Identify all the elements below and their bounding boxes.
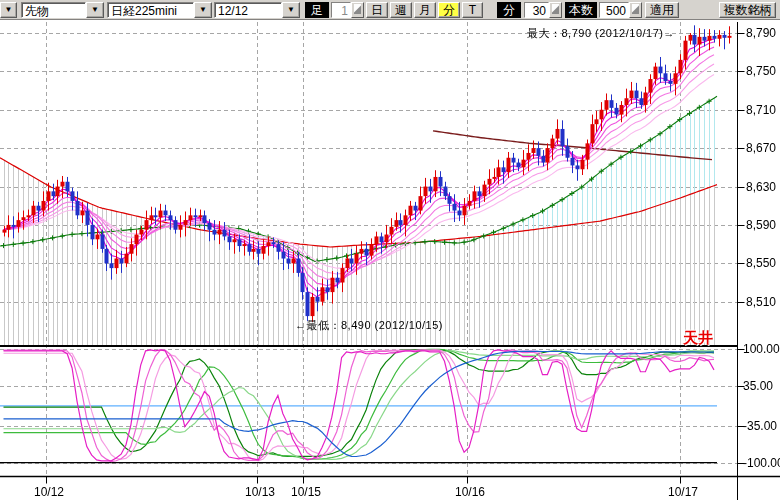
ashi-label: 足 <box>305 2 329 18</box>
oscillator-axis-label: 35.00 <box>743 379 773 393</box>
bars-label: 本数 <box>565 2 597 18</box>
chevron-down-icon[interactable]: ▼ <box>282 2 300 18</box>
date-axis-label: 10/12 <box>34 485 64 499</box>
chevron-down-icon[interactable]: ▼ <box>194 2 212 18</box>
date-axis-label: 10/13 <box>245 485 275 499</box>
interval-value: 1 <box>331 2 351 18</box>
period-week-button[interactable]: 週 <box>390 2 412 18</box>
period-tick-button[interactable]: T <box>462 2 483 18</box>
interval-spinner[interactable]: 1 <box>331 2 364 18</box>
max-price-annotation: 最大：8,790 (2012/10/17)→ <box>527 26 675 41</box>
toolbar: ▼ 先物 ▼ 日経225mini ▼ 12/12 ▼ 足 1 日 週 月 分 T… <box>0 0 780 20</box>
price-axis-label: 8,750 <box>746 64 776 78</box>
symbol-select[interactable]: 日経225mini ▼ <box>107 2 212 18</box>
spinner-icon[interactable] <box>629 2 642 18</box>
price-axis-label: 8,510 <box>746 295 776 309</box>
date-axis-label: 10/15 <box>291 485 321 499</box>
bars-spinner[interactable]: 500 <box>599 2 642 18</box>
min-price-annotation: ←最低：8,490 (2012/10/15) <box>295 318 443 333</box>
period-day-button[interactable]: 日 <box>366 2 388 18</box>
apply-button[interactable]: 適用 <box>645 2 679 18</box>
period-minute-button[interactable]: 分 <box>438 2 460 18</box>
minute-label: 分 <box>497 2 521 18</box>
edge-combo-arrow-button[interactable]: ▼ <box>0 2 17 18</box>
market-select[interactable]: 先物 ▼ <box>21 2 104 18</box>
oscillator-axis-label: -35.00 <box>743 419 777 433</box>
date-axis-label: 10/16 <box>455 485 485 499</box>
price-axis-label: 8,590 <box>746 218 776 232</box>
oscillator-axis-label: -100.00 <box>743 456 780 470</box>
multi-symbol-button[interactable]: 複数銘柄 <box>719 2 776 18</box>
spinner-icon[interactable] <box>351 2 364 18</box>
contract-month-value: 12/12 <box>214 2 282 18</box>
price-axis-label: 8,630 <box>746 180 776 194</box>
price-axis-label: 8,550 <box>746 256 776 270</box>
chevron-down-icon[interactable]: ▼ <box>86 2 104 18</box>
price-axis-label: 8,710 <box>746 103 776 117</box>
period-month-button[interactable]: 月 <box>414 2 436 18</box>
chart-area: 最大：8,790 (2012/10/17)→ ←最低：8,490 (2012/1… <box>0 20 780 500</box>
contract-month-select[interactable]: 12/12 ▼ <box>214 2 300 18</box>
price-axis-label: 8,790 <box>746 26 776 40</box>
minute-value: 30 <box>524 2 549 18</box>
oscillator-axis-label: 100.00 <box>743 342 780 356</box>
date-axis-label: 10/17 <box>668 485 698 499</box>
symbol-select-value: 日経225mini <box>107 2 194 18</box>
price-axis-label: 8,670 <box>746 141 776 155</box>
market-select-value: 先物 <box>21 2 86 18</box>
bars-value: 500 <box>599 2 629 18</box>
chart-canvas[interactable] <box>0 20 780 500</box>
ceiling-signal-label: 天井 <box>683 329 713 348</box>
spinner-icon[interactable] <box>549 2 562 18</box>
minute-spinner[interactable]: 30 <box>524 2 562 18</box>
